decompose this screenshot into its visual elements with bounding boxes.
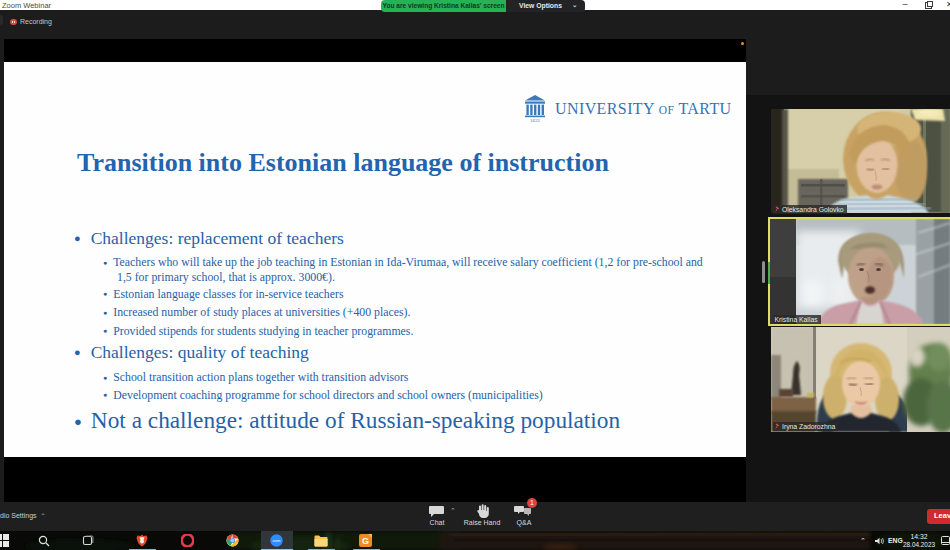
svg-text:G: G: [362, 536, 369, 546]
svg-text:zoom: zoom: [273, 539, 281, 543]
svg-text:1632: 1632: [530, 118, 541, 123]
